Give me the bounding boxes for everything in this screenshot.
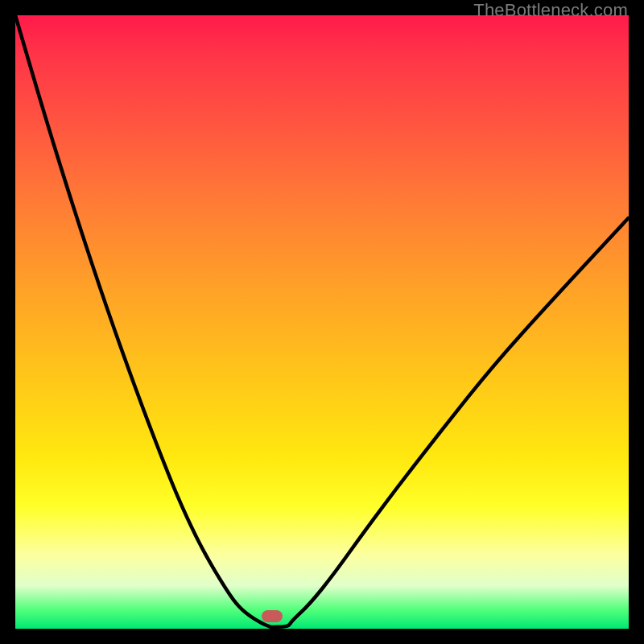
- watermark-text: TheBottleneck.com: [473, 0, 628, 21]
- optimum-marker: [262, 610, 283, 622]
- bottleneck-curve: [15, 15, 629, 629]
